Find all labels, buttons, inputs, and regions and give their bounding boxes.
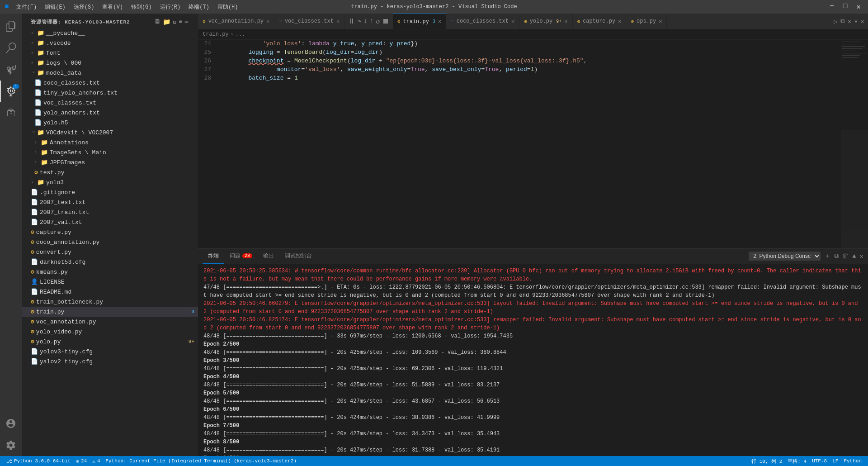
tab-voc-annotation-close[interactable]: ✕	[266, 18, 269, 25]
tree-tiny-yolo[interactable]: 📄tiny_yolo_anchors.txt	[22, 88, 198, 98]
activity-account[interactable]	[0, 413, 22, 434]
debug-pause[interactable]: ⏸	[348, 17, 355, 26]
tab-yolo-py-close[interactable]: ✕	[564, 18, 567, 25]
editor-content[interactable]: 24 'yolo_loss': lambda y_true, y_pred: y…	[198, 39, 841, 248]
tree-yolo-anchors[interactable]: 📄yolo_anchors.txt	[22, 108, 198, 118]
tab-ops-py[interactable]: ⚙ ops.py ✕	[626, 14, 667, 29]
menu-file[interactable]: 文件(F)	[13, 2, 41, 12]
new-folder-icon[interactable]: 📁	[163, 18, 171, 26]
activity-search[interactable]	[0, 37, 22, 59]
new-file-icon[interactable]: 🗎	[154, 18, 161, 26]
status-warnings[interactable]: ⚠ 4	[90, 456, 103, 466]
sidebar-actions[interactable]: 🗎 📁 ↻ ≡ ⋯	[154, 18, 189, 26]
collapse-editors-icon[interactable]: ▾	[854, 18, 858, 25]
debug-console-selector[interactable]: 2: Python Debug Consc	[749, 252, 821, 261]
tree-vscode[interactable]: ›📁.vscode	[22, 38, 198, 48]
tab-ops-py-close[interactable]: ✕	[659, 18, 662, 25]
menu-view[interactable]: 查看(V)	[99, 2, 127, 12]
tab-voc-classes-close[interactable]: ✕	[336, 18, 340, 25]
tree-yolo-video-py[interactable]: ⚙yolo_video.py	[22, 327, 198, 337]
tree-license[interactable]: 👤LICENSE	[22, 277, 198, 287]
tree-readme[interactable]: 📄README.md	[22, 287, 198, 297]
term-tab-debug-console[interactable]: 调试控制台	[279, 248, 317, 264]
window-controls[interactable]: − □ ✕	[827, 2, 863, 11]
breadcrumb-file[interactable]: train.py	[203, 31, 229, 38]
tree-font[interactable]: ›📁font	[22, 48, 198, 58]
split-terminal-icon[interactable]: ⧉	[834, 252, 839, 260]
tab-capture-py-close[interactable]: ✕	[618, 18, 621, 25]
tree-model-data[interactable]: ›📁model_data	[22, 68, 198, 78]
menu-select[interactable]: 选择(S)	[70, 2, 98, 12]
tree-capture-py[interactable]: ⚙capture.py	[22, 227, 198, 237]
tab-yolo-py[interactable]: ⚙ yolo.py 9+ ✕	[519, 14, 572, 29]
status-encoding[interactable]: UTF-8	[809, 456, 830, 466]
tab-train-py[interactable]: ⚙ train.py 3 ✕	[393, 14, 446, 29]
collapse-icon[interactable]: ≡	[179, 18, 183, 26]
activity-extensions[interactable]	[0, 102, 22, 124]
tree-test-py[interactable]: ⚙test.py	[22, 167, 198, 177]
tree-voc-classes[interactable]: 📄voc_classes.txt	[22, 98, 198, 108]
tab-voc-annotation[interactable]: ⚙ voc_annotation.py ✕	[198, 14, 274, 29]
tree-logs[interactable]: ›📁logs \ 000	[22, 58, 198, 68]
refresh-icon[interactable]: ↻	[173, 18, 177, 26]
tree-imagesets[interactable]: ›📁ImageSets \ Main	[22, 147, 198, 157]
maximize-terminal-icon[interactable]: ▲	[852, 252, 856, 260]
debug-step-into[interactable]: ↓	[363, 17, 368, 25]
menu-goto[interactable]: 转到(G)	[127, 2, 156, 12]
tree-vocdevkit[interactable]: ›📁VOCdevkit \ VOC2007	[22, 128, 198, 138]
tree-gitignore[interactable]: 📄.gitignore	[22, 187, 198, 197]
tree-darknet-cfg[interactable]: 📄darknet53.cfg	[22, 257, 198, 267]
minimize-button[interactable]: −	[827, 2, 837, 11]
tree-yolov3-tiny-cfg[interactable]: 📄yolov3-tiny.cfg	[22, 347, 198, 357]
debug-restart[interactable]: ↺	[376, 17, 380, 26]
tab-capture-py[interactable]: ⚙ capture.py ✕	[573, 14, 627, 29]
tab-voc-classes[interactable]: ≡ voc_classes.txt ✕	[274, 14, 344, 29]
status-interpreter[interactable]: Python: Current File (Integrated Termina…	[103, 456, 299, 466]
tree-train-py[interactable]: ⚙train.py 3	[22, 307, 198, 317]
term-tab-output[interactable]: 输出	[258, 248, 279, 264]
tab-coco-classes[interactable]: ≡ coco_classes.txt ✕	[446, 14, 519, 29]
close-editors-icon[interactable]: ✕	[848, 18, 851, 25]
tree-voc-annotation-py[interactable]: ⚙voc_annotation.py	[22, 317, 198, 327]
menu-terminal[interactable]: 终端(T)	[185, 2, 213, 12]
activity-git[interactable]	[0, 59, 22, 81]
split-editor-icon[interactable]: ⧉	[840, 18, 845, 25]
status-eol[interactable]: LF	[830, 456, 841, 466]
status-errors[interactable]: ⊗ 24	[73, 456, 90, 466]
terminal-content[interactable]: 2021-06-05 20:50:25.385634: W tensorflow…	[198, 264, 868, 456]
menu-run[interactable]: 运行(R)	[156, 2, 184, 12]
menu-bar[interactable]: 文件(F) 编辑(E) 选择(S) 查看(V) 转到(G) 运行(R) 终端(T…	[13, 2, 242, 12]
tree-kmeans-py[interactable]: ⚙kmeans.py	[22, 267, 198, 277]
tree-2007-val[interactable]: 📄2007_val.txt	[22, 217, 198, 227]
breadcrumb-path[interactable]: ...	[236, 31, 245, 38]
tab-coco-classes-close[interactable]: ✕	[511, 18, 514, 25]
more-icon[interactable]: ⋯	[185, 18, 189, 26]
maximize-button[interactable]: □	[840, 2, 850, 11]
tree-yolo-h5[interactable]: 📄yolo.h5	[22, 118, 198, 128]
debug-step-over[interactable]: ↷	[357, 17, 362, 26]
tree-coco-annotation-py[interactable]: ⚙coco_annotation.py	[22, 237, 198, 247]
maximize-panel-icon[interactable]: ✕	[861, 18, 864, 25]
tree-yolo3[interactable]: ›📁yolo3	[22, 177, 198, 187]
activity-explorer[interactable]	[0, 15, 22, 37]
term-tab-terminal[interactable]: 终端	[203, 248, 224, 264]
tree-pycache[interactable]: ›📁__pycache__	[22, 28, 198, 38]
clear-terminal-icon[interactable]: 🗑	[842, 252, 849, 260]
menu-edit[interactable]: 编辑(E)	[41, 2, 69, 12]
tree-2007-test[interactable]: 📄2007_test.txt	[22, 197, 198, 207]
activity-settings[interactable]	[0, 434, 22, 456]
close-button[interactable]: ✕	[854, 2, 863, 11]
tree-jpegimages[interactable]: ›📁JPEGImages	[22, 157, 198, 167]
debug-step-out[interactable]: ↑	[369, 17, 374, 25]
status-language[interactable]: Python	[841, 456, 864, 466]
tree-yolo-py[interactable]: ⚙yolo.py 9+	[22, 337, 198, 347]
tree-2007-train[interactable]: 📄2007_train.txt	[22, 207, 198, 217]
tree-yalov2-tiny-cfg[interactable]: 📄yalov2_tiny.cfg	[22, 357, 198, 366]
tree-annotations[interactable]: ›📁Annotations	[22, 138, 198, 147]
status-git-branch[interactable]: ⎇ Python 3.6.0 64-bit	[4, 456, 73, 466]
tab-train-py-close[interactable]: ✕	[438, 18, 441, 25]
status-spaces[interactable]: 空格: 4	[785, 456, 809, 466]
activity-debug[interactable]: 1	[0, 81, 22, 102]
tree-convert-py[interactable]: ⚙convert.py	[22, 247, 198, 257]
run-icon[interactable]: ▷	[834, 18, 837, 25]
